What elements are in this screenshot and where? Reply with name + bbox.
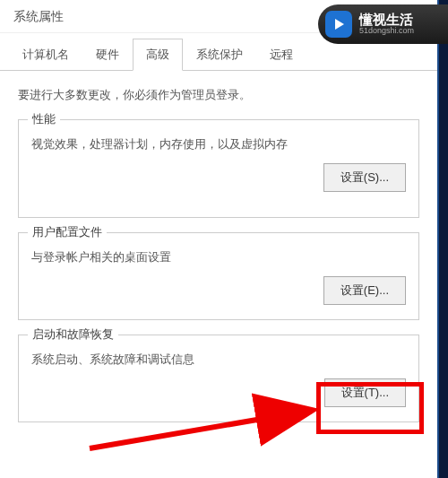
logo-text-cn: 懂视生活 bbox=[359, 13, 414, 28]
svg-marker-2 bbox=[335, 19, 344, 30]
performance-title: 性能 bbox=[28, 111, 60, 127]
user-profiles-settings-button[interactable]: 设置(E)... bbox=[323, 276, 406, 305]
startup-recovery-settings-button[interactable]: 设置(T)... bbox=[324, 378, 406, 407]
admin-notice: 要进行大多数更改，你必须作为管理员登录。 bbox=[18, 87, 419, 103]
user-profiles-desc: 与登录帐户相关的桌面设置 bbox=[31, 249, 406, 265]
tab-system-protection[interactable]: 系统保护 bbox=[183, 39, 256, 71]
tab-remote[interactable]: 远程 bbox=[256, 39, 306, 71]
system-properties-dialog: 系统属性 X 计算机名 硬件 高级 系统保护 远程 要进行大多数更改，你必须作为… bbox=[0, 0, 439, 478]
startup-recovery-title: 启动和故障恢复 bbox=[28, 326, 118, 343]
startup-recovery-group: 启动和故障恢复 系统启动、系统故障和调试信息 设置(T)... bbox=[18, 335, 419, 422]
performance-settings-button[interactable]: 设置(S)... bbox=[323, 163, 406, 192]
performance-group: 性能 视觉效果，处理器计划，内存使用，以及虚拟内存 设置(S)... bbox=[18, 119, 419, 218]
tab-advanced[interactable]: 高级 bbox=[133, 39, 183, 71]
user-profiles-title: 用户配置文件 bbox=[28, 224, 107, 240]
tab-computer-name[interactable]: 计算机名 bbox=[9, 39, 82, 71]
tab-hardware[interactable]: 硬件 bbox=[82, 39, 133, 71]
watermark-logo: 懂视生活 51dongshi.com bbox=[318, 4, 448, 44]
window-title: 系统属性 bbox=[13, 9, 64, 25]
user-profiles-group: 用户配置文件 与登录帐户相关的桌面设置 设置(E)... bbox=[18, 232, 419, 320]
performance-desc: 视觉效果，处理器计划，内存使用，以及虚拟内存 bbox=[31, 136, 406, 152]
logo-text-en: 51dongshi.com bbox=[359, 27, 414, 36]
play-icon bbox=[325, 11, 352, 38]
startup-recovery-desc: 系统启动、系统故障和调试信息 bbox=[31, 352, 406, 368]
tab-content: 要进行大多数更改，你必须作为管理员登录。 性能 视觉效果，处理器计划，内存使用，… bbox=[0, 71, 437, 453]
